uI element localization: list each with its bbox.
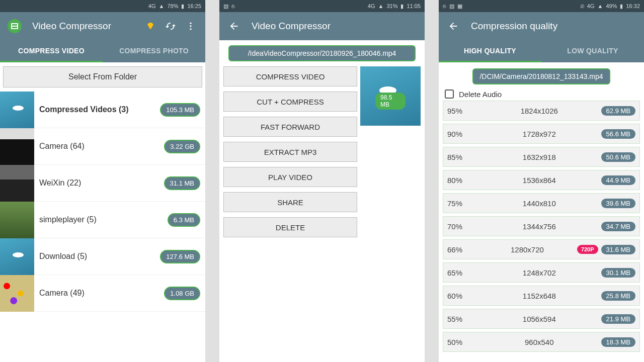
quality-percent: 65% [447, 268, 477, 277]
overflow-menu-icon[interactable] [182, 16, 199, 36]
quality-size: 62.9 MB [601, 106, 635, 116]
quality-row[interactable]: 55%1056x59421.9 MB [443, 309, 640, 329]
quality-row[interactable]: 50%960x54018.3 MB [443, 332, 640, 352]
premium-diamond-icon[interactable] [142, 16, 159, 36]
folder-item[interactable]: Download (5)127.6 MB [0, 238, 205, 275]
svg-point-4 [190, 23, 191, 24]
cut-compress-button[interactable]: CUT + COMPRESS [223, 92, 357, 112]
delete-button[interactable]: DELETE [223, 217, 357, 237]
tab-low-quality[interactable]: LOW QUALITY [541, 40, 644, 62]
svg-point-5 [190, 25, 191, 27]
quality-resolution: 644x362 [477, 245, 577, 254]
folder-item[interactable]: Compressed Videos (3)105.3 MB [0, 92, 205, 128]
folder-size-badge: 105.3 MB [160, 103, 200, 117]
quality-size: 21.9 MB [601, 314, 635, 324]
quality-row[interactable]: 65%1248x70230.1 MB [443, 262, 640, 283]
quality-percent: 50% [447, 338, 477, 346]
signal-4g-icon: 4G [368, 3, 375, 9]
signal-icon: ▲ [378, 3, 384, 9]
folder-thumb [0, 202, 34, 238]
quality-percent: 90% [447, 130, 477, 138]
app-bar: Video Compressor [0, 12, 205, 40]
status-bar: ⎋ ▧ ▦ ⎚ 4G ▲ 49% ▮ 16:32 [439, 0, 644, 12]
tab-compress-video[interactable]: COMPRESS VIDEO [0, 40, 103, 62]
extract-mp3-button[interactable]: EXTRACT MP3 [223, 142, 357, 162]
quality-row[interactable]: 90%1728x97256.6 MB [443, 124, 640, 144]
battery-icon: ▮ [400, 3, 404, 10]
signal-icon: ▲ [598, 3, 603, 9]
svg-rect-2 [12, 24, 17, 26]
back-button[interactable] [445, 16, 462, 36]
compress-video-button[interactable]: COMPRESS VIDEO [223, 66, 357, 86]
convert-icon[interactable] [162, 16, 179, 36]
folder-size-badge: 31.1 MB [164, 176, 200, 190]
quality-row[interactable]: 80%1536x86444.9 MB [443, 170, 640, 190]
quality-row[interactable]: 70%1344x75634.7 MB [443, 216, 640, 236]
status-time: 11:05 [407, 3, 421, 9]
quality-percent: 85% [447, 153, 477, 161]
app-bar: Video Compressor [219, 12, 425, 40]
folder-thumb [0, 92, 34, 128]
folder-item[interactable]: WeiXin (22)31.1 MB [0, 165, 205, 202]
sd-icon: ▧ [449, 3, 454, 10]
quality-resolution: 1440x810 [477, 199, 601, 208]
video-actions-content: /IdeaVideoCompressor/20180926_180046.mp4… [219, 40, 425, 362]
folder-thumb [0, 238, 34, 275]
fast-forward-button[interactable]: FAST FORWARD [223, 117, 357, 137]
folder-item[interactable]: Camera (49)1.08 GB [0, 275, 205, 312]
quality-row[interactable]: 85%1632x91850.6 MB [443, 147, 640, 167]
quality-row[interactable]: 60%1152x64825.8 MB [443, 286, 640, 306]
quality-tabs: HIGH QUALITY LOW QUALITY [439, 40, 644, 62]
quality-size: 50.6 MB [601, 152, 635, 162]
folder-item[interactable]: Camera (64)3.22 GB [0, 128, 205, 165]
quality-size: 39.6 MB [601, 199, 635, 208]
tab-compress-photo[interactable]: COMPRESS PHOTO [103, 40, 205, 62]
quality-row[interactable]: 75%1440x81039.6 MB [443, 193, 640, 213]
app-title: Video Compressor [32, 21, 139, 32]
quality-resolution: 1248x702 [477, 268, 601, 277]
status-bar: ▧ ⎋ 4G ▲ 31% ▮ 11:05 [219, 0, 425, 12]
video-thumbnail[interactable]: 98.5 MB 1:02 [360, 66, 421, 237]
quality-size: 18.3 MB [601, 337, 635, 347]
folder-list: Select From Folder Compressed Videos (3)… [0, 62, 205, 362]
quality-resolution: 960x540 [477, 338, 601, 346]
status-time: 16:25 [187, 3, 201, 9]
folder-name: Camera (64) [39, 142, 164, 151]
quality-percent: 80% [447, 176, 477, 185]
app-icon: ▦ [457, 3, 462, 10]
resolution-badge: 720P [577, 245, 598, 254]
battery-text: 49% [606, 3, 617, 9]
folder-thumb [0, 128, 34, 165]
battery-text: 31% [386, 3, 397, 9]
delete-audio-label: Delete Audio [459, 90, 502, 99]
back-button[interactable] [225, 16, 243, 36]
quality-percent: 70% [447, 222, 477, 231]
quality-row[interactable]: 95%1824x102662.9 MB [443, 101, 640, 121]
folder-item[interactable]: simpleplayer (5)6.3 MB [0, 202, 205, 238]
panel-quality: ⎋ ▧ ▦ ⎚ 4G ▲ 49% ▮ 16:32 Compression qua… [439, 0, 644, 362]
checkbox-icon [445, 89, 454, 99]
folder-thumb [0, 165, 34, 202]
quality-resolution: 1632x918 [477, 153, 601, 161]
share-button[interactable]: SHARE [223, 192, 357, 212]
quality-size: 56.6 MB [601, 129, 635, 139]
battery-text: 78% [167, 3, 178, 9]
play-video-button[interactable]: PLAY VIDEO [223, 167, 357, 187]
folder-thumb [0, 275, 34, 312]
tab-high-quality[interactable]: HIGH QUALITY [439, 40, 541, 62]
status-time: 16:32 [626, 3, 640, 9]
svg-rect-1 [11, 23, 18, 29]
quality-percent: 66% [447, 245, 477, 254]
quality-size: 31.6 MB [601, 245, 635, 254]
app-title: Video Compressor [252, 21, 419, 32]
quality-row[interactable]: 66%1280x720720P31.6 MB [443, 239, 640, 259]
panel-video-actions: ▧ ⎋ 4G ▲ 31% ▮ 11:05 Video Compressor /I… [219, 0, 425, 362]
select-folder-button[interactable]: Select From Folder [3, 66, 202, 87]
quality-resolution: 1344x756 [477, 222, 601, 231]
quality-size: 30.1 MB [601, 268, 635, 278]
app-title: Compression quality [471, 21, 638, 32]
video-duration: 1:02 [383, 227, 397, 235]
delete-audio-checkbox[interactable]: Delete Audio [439, 87, 644, 101]
usb-icon: ⎋ [443, 3, 446, 9]
folder-name: WeiXin (22) [39, 178, 164, 188]
